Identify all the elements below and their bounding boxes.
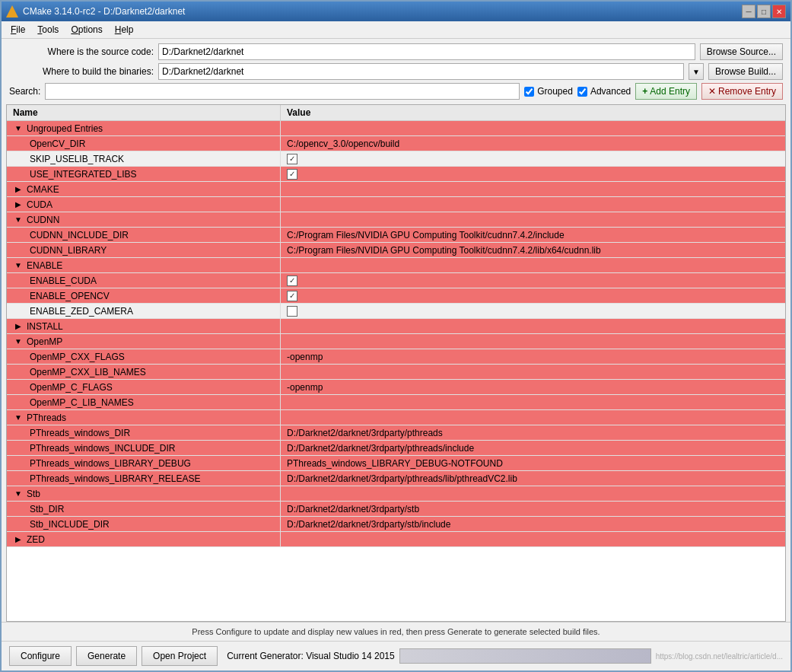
checkbox-skip-uselib[interactable] <box>287 154 297 164</box>
table-row[interactable]: OpenMP_C_FLAGS -openmp <box>7 380 785 395</box>
cell-value-pthreads-dir: D:/Darknet2/darknet/3rdparty/pthreads <box>281 425 785 440</box>
table-row[interactable]: ENABLE_OPENCV <box>7 288 785 304</box>
table-row[interactable]: OpenCV_DIR C:/opencv_3.0/opencv/build <box>7 136 785 151</box>
table-row[interactable]: Stb_DIR D:/Darknet2/darknet/3rdparty/stb <box>7 502 785 517</box>
search-input[interactable] <box>45 83 520 100</box>
table-row[interactable]: CUDNN_LIBRARY C:/Program Files/NVIDIA GP… <box>7 243 785 258</box>
expand-icon-cmake[interactable]: ▶ <box>13 184 24 195</box>
menu-file[interactable]: File <box>5 23 31 37</box>
menu-help[interactable]: Help <box>109 23 140 37</box>
cell-name-pthreads-include: PThreads_windows_INCLUDE_DIR <box>7 441 281 455</box>
source-row: Where is the source code: Browse Source.… <box>9 43 783 60</box>
expand-icon-pthreads[interactable]: ▼ <box>13 412 24 423</box>
table-row[interactable]: ▶ ZED <box>7 532 785 547</box>
col-name-header: Name <box>7 105 281 120</box>
group-name-cmake: ▶ CMAKE <box>7 182 281 196</box>
cell-name-openmp-c-libnames: OpenMP_C_LIB_NAMES <box>7 395 281 409</box>
table-row[interactable]: OpenMP_CXX_LIB_NAMES <box>7 365 785 380</box>
grouped-checkbox[interactable] <box>524 87 534 97</box>
cell-value-openmp-cxx-libnames <box>281 365 785 379</box>
table-row[interactable]: ▼ OpenMP <box>7 334 785 349</box>
build-label: Where to build the binaries: <box>9 66 154 77</box>
table-row[interactable]: ▼ PThreads <box>7 410 785 425</box>
table-area: Name Value ▼ Ungrouped Entries OpenCV_DI… <box>6 104 786 622</box>
generate-button[interactable]: Generate <box>76 646 137 666</box>
table-row[interactable]: ENABLE_ZED_CAMERA <box>7 304 785 319</box>
source-label: Where is the source code: <box>9 46 154 57</box>
cell-value-skip-uselib <box>281 151 785 166</box>
expand-icon-install[interactable]: ▶ <box>13 321 24 332</box>
build-path-dropdown[interactable]: ▼ <box>689 63 704 80</box>
cmake-icon <box>6 5 18 18</box>
table-row[interactable]: PThreads_windows_DIR D:/Darknet2/darknet… <box>7 425 785 441</box>
table-row[interactable]: OpenMP_C_LIB_NAMES <box>7 395 785 410</box>
advanced-checkbox-label[interactable]: Advanced <box>577 86 631 97</box>
group-name-pthreads: ▼ PThreads <box>7 410 281 425</box>
generator-text: Current Generator: Visual Studio 14 2015 <box>227 651 395 661</box>
status-text: Press Configure to update and display ne… <box>192 627 600 636</box>
table-row[interactable]: ENABLE_CUDA <box>7 273 785 288</box>
table-row[interactable]: PThreads_windows_INCLUDE_DIR D:/Darknet2… <box>7 441 785 456</box>
table-row[interactable]: SKIP_USELIB_TRACK <box>7 151 785 167</box>
checkbox-use-integrated[interactable] <box>287 169 297 180</box>
table-row[interactable]: ▼ ENABLE <box>7 258 785 273</box>
table-row[interactable]: ▼ Stb <box>7 486 785 502</box>
checkbox-enable-zed[interactable] <box>287 306 297 317</box>
source-path-input[interactable] <box>158 43 695 60</box>
restore-button[interactable]: □ <box>757 5 771 18</box>
table-row[interactable]: ▶ CMAKE <box>7 182 785 197</box>
window-title: CMake 3.14.0-rc2 - D:/Darknet2/darknet <box>23 6 185 17</box>
open-project-button[interactable]: Open Project <box>142 646 218 666</box>
remove-entry-button[interactable]: ✕ Remove Entry <box>701 83 783 100</box>
remove-entry-icon: ✕ <box>708 86 716 97</box>
expand-icon-enable[interactable]: ▼ <box>13 260 24 271</box>
build-row: Where to build the binaries: ▼ Browse Bu… <box>9 63 783 80</box>
table-row[interactable]: ▼ Ungrouped Entries <box>7 121 785 136</box>
grouped-checkbox-label[interactable]: Grouped <box>524 86 573 97</box>
add-entry-button[interactable]: + Add Entry <box>635 83 697 100</box>
expand-icon-stb[interactable]: ▼ <box>13 489 24 499</box>
search-row: Search: Grouped Advanced + Add Entry ✕ R… <box>9 83 783 100</box>
group-value-pthreads <box>281 410 785 425</box>
minimize-button[interactable]: ─ <box>742 5 755 18</box>
cell-name-openmp-cxx-libnames: OpenMP_CXX_LIB_NAMES <box>7 365 281 379</box>
cell-value-enable-opencv <box>281 288 785 303</box>
table-row[interactable]: OpenMP_CXX_FLAGS -openmp <box>7 349 785 365</box>
group-value-stb <box>281 486 785 501</box>
advanced-checkbox[interactable] <box>577 87 587 97</box>
table-row[interactable]: CUDNN_INCLUDE_DIR C:/Program Files/NVIDI… <box>7 228 785 243</box>
configure-button[interactable]: Configure <box>9 646 72 666</box>
build-path-input[interactable] <box>158 63 684 80</box>
table-row[interactable]: ▶ INSTALL <box>7 319 785 334</box>
bottom-bar: Configure Generate Open Project Current … <box>2 641 790 670</box>
table-row[interactable]: ▶ CUDA <box>7 197 785 212</box>
table-row[interactable]: PThreads_windows_LIBRARY_DEBUG PThreads_… <box>7 456 785 471</box>
group-value-cuda <box>281 197 785 212</box>
cell-value-openmp-c-flags: -openmp <box>281 380 785 394</box>
menu-tools[interactable]: Tools <box>31 23 65 37</box>
expand-icon-zed[interactable]: ▶ <box>13 534 24 545</box>
cell-value-pthreads-libdebug: PThreads_windows_LIBRARY_DEBUG-NOTFOUND <box>281 456 785 470</box>
expand-icon-ungrouped[interactable]: ▼ <box>13 123 24 134</box>
group-name-zed: ▶ ZED <box>7 532 281 546</box>
cell-name-use-integrated: USE_INTEGRATED_LIBS <box>7 167 281 181</box>
expand-icon-cuda[interactable]: ▶ <box>13 199 24 210</box>
checkbox-enable-opencv[interactable] <box>287 291 297 301</box>
table-row[interactable]: USE_INTEGRATED_LIBS <box>7 167 785 182</box>
group-name-openmp: ▼ OpenMP <box>7 334 281 349</box>
advanced-label: Advanced <box>590 86 631 97</box>
expand-icon-openmp[interactable]: ▼ <box>13 336 24 347</box>
group-name-install: ▶ INSTALL <box>7 319 281 333</box>
table-row[interactable]: Stb_INCLUDE_DIR D:/Darknet2/darknet/3rdp… <box>7 517 785 532</box>
cell-name-skip-uselib: SKIP_USELIB_TRACK <box>7 151 281 166</box>
menu-options[interactable]: Options <box>65 23 108 37</box>
table-row[interactable]: PThreads_windows_LIBRARY_RELEASE D:/Dark… <box>7 471 785 486</box>
browse-source-button[interactable]: Browse Source... <box>700 43 783 60</box>
group-value-ungrouped <box>281 121 785 135</box>
close-button[interactable]: ✕ <box>772 5 786 18</box>
cell-name-openmp-cxx-flags: OpenMP_CXX_FLAGS <box>7 349 281 364</box>
checkbox-enable-cuda[interactable] <box>287 275 297 286</box>
table-row[interactable]: ▼ CUDNN <box>7 212 785 228</box>
browse-build-button[interactable]: Browse Build... <box>708 63 783 80</box>
expand-icon-cudnn[interactable]: ▼ <box>13 215 24 225</box>
